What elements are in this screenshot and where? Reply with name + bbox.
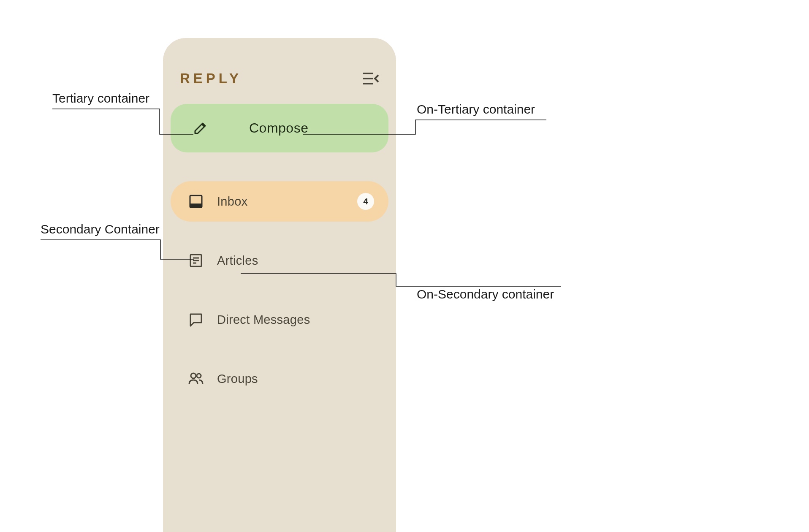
nav-item-groups[interactable]: Groups [171, 358, 388, 399]
annotation-secondary-container: Secondary Container [41, 222, 160, 236]
nav-item-inbox[interactable]: Inbox 4 [171, 181, 388, 222]
chat-icon [187, 311, 204, 328]
annotation-tertiary-container: Tertiary container [52, 91, 149, 106]
annotation-on-tertiary-container: On-Tertiary container [417, 102, 535, 117]
leader-line [303, 120, 417, 137]
menu-open-icon[interactable] [362, 70, 379, 87]
leader-line [52, 109, 196, 143]
drawer-header: REPLY [171, 63, 388, 94]
svg-point-10 [197, 374, 201, 378]
annotation-on-secondary-container: On-Secondary container [417, 287, 554, 301]
nav-item-label: Inbox [217, 195, 247, 209]
brand-label: REPLY [180, 71, 242, 87]
nav-item-label: Articles [217, 254, 258, 268]
inbox-icon [187, 193, 204, 210]
leader-line [41, 240, 197, 274]
nav-item-label: Groups [217, 372, 258, 386]
inbox-badge: 4 [357, 193, 374, 210]
nav-item-label: Direct Messages [217, 313, 310, 327]
compose-label: Compose [249, 120, 308, 136]
leader-line [241, 274, 418, 307]
group-icon [187, 370, 204, 387]
svg-rect-4 [190, 204, 202, 207]
svg-point-9 [191, 373, 196, 378]
